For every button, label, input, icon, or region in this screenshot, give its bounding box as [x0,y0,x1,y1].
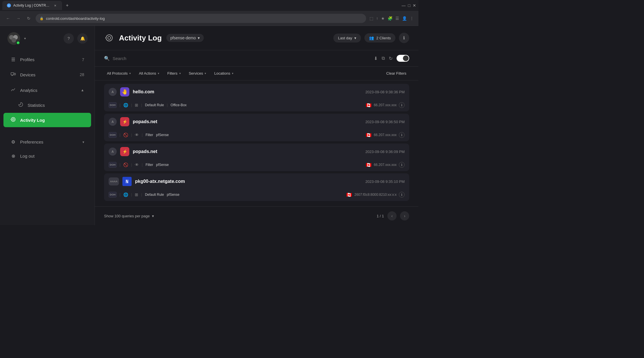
entry-rule: Filter [145,163,153,167]
bell-icon: 🔔 [80,36,85,41]
entry-info-button[interactable]: ℹ [399,132,405,138]
sidebar-item-profiles[interactable]: ☰ Profiles 7 [3,53,91,66]
locations-filter[interactable]: Locations ▾ [211,69,236,77]
log-entry: A 🤚 hello.com 2023-09-08 9:38:36 PM DOH … [104,84,409,111]
share-icon[interactable]: ↑ [376,16,378,21]
next-page-button[interactable]: › [400,211,409,220]
query-type-badge: A [109,148,117,156]
tab-title: Activity Log | CONTROL D [13,3,51,7]
activity-log-icon [10,117,16,123]
log-entry-bottom: DOH | 🌐 | ⊞ | Default Rule | Office-Box … [104,100,409,111]
sidebar-item-logout[interactable]: ⊗ Log out [3,149,91,163]
tab-close-button[interactable]: ✕ [53,3,57,8]
services-label: Services [189,71,203,76]
per-page-selector[interactable]: Show 100 queries per page ▾ [104,214,154,218]
filters-chevron-icon: ▾ [179,72,181,75]
sidebar-item-preferences[interactable]: ⚙ Preferences ▾ [3,135,91,149]
entry-info-button[interactable]: ℹ [399,162,405,168]
info-icon: ℹ [403,35,405,40]
help-button[interactable]: ? [64,33,74,44]
entry-domain[interactable]: popads.net [133,119,362,124]
service-icon: ⚡ [120,147,129,156]
download-icon[interactable]: ⬇ [374,56,378,61]
active-tab[interactable]: C Activity Log | CONTROL D ✕ [2,1,62,10]
refresh-icon[interactable]: ↻ [389,56,393,61]
forward-button[interactable]: → [15,15,22,22]
notifications-button[interactable]: 🔔 [77,33,88,44]
clients-icon: 👥 [369,36,374,40]
minimize-button[interactable]: — [402,3,406,8]
clear-filters-button[interactable]: Clear Filters [383,69,409,77]
clients-button[interactable]: 👥 2 Clients [364,33,395,42]
filters-label: Filters [167,71,177,76]
all-actions-chevron-icon: ▾ [158,72,159,75]
menu-icon[interactable]: ⋮ [410,16,414,21]
sidebar-icons: ? 🔔 [64,33,88,44]
entry-domain[interactable]: popads.net [133,149,362,154]
refresh-button[interactable]: ↻ [25,15,32,22]
svg-point-11 [108,36,111,39]
action-eye-icon: 👁 [135,133,139,137]
service-icon: 🤚 [120,87,129,96]
action-globe-icon: 🌐 [123,192,128,197]
log-entry-bottom: DOH | 🚫 | 👁 | Filter pfSense 🇨🇦 66.207.x… [104,160,409,171]
doh-badge: DOH [109,192,117,198]
entry-info-button[interactable]: ℹ [399,102,405,108]
devices-icon [10,71,16,78]
sidebar-item-devices[interactable]: Devices 28 [3,67,91,82]
services-filter[interactable]: Services ▾ [186,69,209,77]
all-protocols-filter[interactable]: All Protocols ▾ [104,69,134,77]
analytics-label: Analytics [20,88,77,93]
activity-log-label: Activity Log [20,118,84,123]
doh-badge: DOH [109,132,117,138]
logo-chevron-icon[interactable]: ▾ [24,36,26,40]
search-icon: 🔍 [104,56,110,61]
filters-filter[interactable]: Filters ▾ [164,69,183,77]
entry-info-button[interactable]: ℹ [399,192,405,198]
flag-icon: 🇨🇦 [366,162,372,168]
header-right: Last day ▾ 👥 2 Clients ℹ [333,33,409,43]
all-actions-filter[interactable]: All Actions ▾ [136,69,162,77]
maximize-button[interactable]: □ [408,3,410,8]
svg-rect-5 [14,73,16,75]
tab-bar: C Activity Log | CONTROL D ✕ + — □ ✕ [0,0,418,11]
tab-favicon: C [7,3,11,7]
url-text: controld.com/dashboard/activity-log [46,16,105,21]
service-icon: N [122,177,132,186]
cast-icon[interactable]: ⬚ [370,16,373,21]
page-footer: Show 100 queries per page ▾ 1 / 1 ‹ › [95,206,418,225]
sidebar-item-activity-log[interactable]: Activity Log [3,113,91,127]
extension-icon[interactable]: 🧩 [388,16,393,21]
search-input[interactable] [113,56,369,61]
copy-icon[interactable]: ⧉ [382,56,385,61]
entry-domain[interactable]: hello.com [133,89,362,94]
bookmark-icon[interactable]: ★ [381,16,385,21]
devices-label: Devices [20,72,76,77]
info-button[interactable]: ℹ [399,33,409,43]
page-header-icon [104,33,114,43]
last-day-button[interactable]: Last day ▾ [333,34,361,42]
profile-selector[interactable]: pfsense-demo ▾ [166,34,204,42]
url-bar[interactable]: 🔒 controld.com/dashboard/activity-log [36,14,366,23]
doh-badge: DOH [109,162,117,168]
logo[interactable]: ✓ [7,32,21,45]
sidebar-item-statistics[interactable]: Statistics [3,98,91,112]
toggle-switch[interactable] [397,55,409,62]
prev-page-button[interactable]: ‹ [387,211,397,220]
entry-rule: Default Rule [145,193,164,197]
close-button[interactable]: ✕ [413,3,416,8]
sidebar-top: ✓ ▾ ? 🔔 [0,32,95,52]
log-entry-bottom: DOH | 🚫 | 👁 | Filter pfSense 🇨🇦 66.207.x… [104,130,409,141]
flag-icon: 🇨🇦 [366,132,372,138]
per-page-label: Show 100 queries per page [104,214,150,218]
new-tab-button[interactable]: + [63,1,71,9]
entry-domain[interactable]: pkg00-atx.netgate.com [135,179,362,184]
back-button[interactable]: ← [5,15,11,22]
sidebar-toggle[interactable]: ☰ [395,16,399,21]
service-icon: ⚡ [120,117,129,126]
entry-ip: 66.207.xxx.xxx [374,103,397,107]
profile-icon[interactable]: 👤 [402,16,407,21]
browser-toolbar: ⬚ ↑ ★ 🧩 ☰ 👤 ⋮ [370,16,414,21]
flag-icon: 🇨🇦 [366,102,372,108]
sidebar-item-analytics[interactable]: Analytics ▲ [3,83,91,97]
